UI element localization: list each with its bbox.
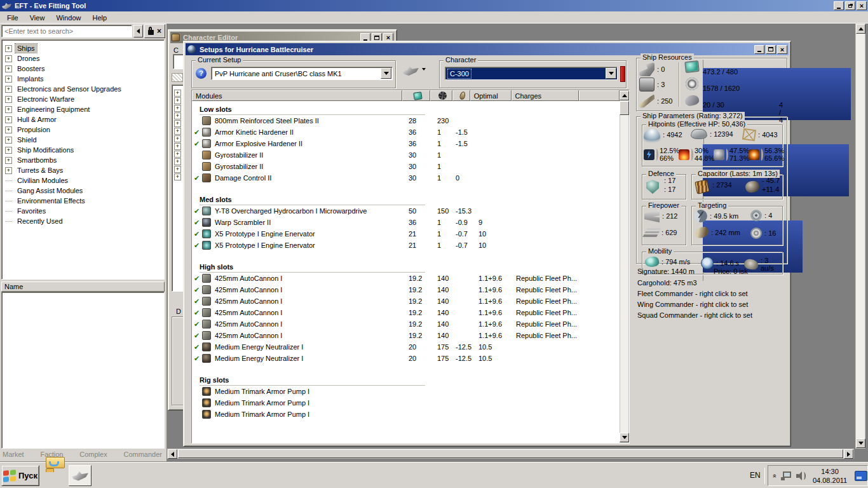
expand-icon[interactable]: + <box>5 106 12 113</box>
module-row[interactable]: ✔425mm AutoCannon I19.21401.1+9.6Republi… <box>192 307 620 318</box>
expand-icon[interactable]: + <box>5 86 12 93</box>
setups-titlebar[interactable]: Setups for Hurricane Battlecruiser × <box>186 43 789 55</box>
hide-icons-chevron-icon[interactable]: » <box>770 473 778 477</box>
setups-maximize-button[interactable] <box>766 45 776 54</box>
module-row[interactable]: ✔Medium Energy Neutralizer I20175-12.510… <box>192 353 620 364</box>
tree-item-shield[interactable]: +Shield <box>2 135 164 145</box>
mdi-hscrollbar[interactable] <box>167 449 854 459</box>
minimize-button[interactable] <box>834 1 844 10</box>
expand-icon[interactable]: + <box>5 55 12 62</box>
expand-icon[interactable]: + <box>5 116 12 123</box>
scroll-down-icon[interactable] <box>856 438 865 448</box>
module-row[interactable]: ✔425mm AutoCannon I19.21401.1+9.6Republi… <box>192 318 620 330</box>
taskbar-eft-button[interactable] <box>69 465 92 486</box>
volume-tray-icon[interactable] <box>796 471 806 480</box>
col-charges[interactable]: Charges <box>512 90 580 101</box>
module-row[interactable]: Medium Trimark Armor Pump I <box>192 397 620 409</box>
active-check-icon[interactable]: ✔ <box>192 309 202 317</box>
expand-icon[interactable]: + <box>174 97 181 104</box>
module-row[interactable]: ✔Y-T8 Overcharged Hydrocarbon I Microwar… <box>192 205 620 217</box>
module-row[interactable]: ✔Armor Kinetic Hardener II361-1.5 <box>192 126 620 138</box>
module-row[interactable]: ✔425mm AutoCannon I19.21401.1+9.6Republi… <box>192 284 620 295</box>
module-row[interactable]: ✔X5 Prototype I Engine Enervator211-0.71… <box>192 228 620 240</box>
tree-item-implants[interactable]: +Implants <box>2 74 164 84</box>
fit-ship-menu-icon[interactable] <box>422 71 426 78</box>
tree-item-engineering-equipment[interactable]: +Engineering Equipment <box>2 104 164 114</box>
expand-icon[interactable]: + <box>5 137 12 144</box>
clock[interactable]: 14:30 04.08.2011 <box>811 467 850 485</box>
active-check-icon[interactable]: ✔ <box>192 355 202 363</box>
module-row[interactable]: Medium Trimark Armor Pump I <box>192 409 620 420</box>
clear-search-icon[interactable]: × <box>157 27 161 36</box>
setups-minimize-button[interactable] <box>754 45 764 54</box>
expand-icon[interactable]: + <box>174 173 181 180</box>
tree-item-civilian-modules[interactable]: Civilian Modules <box>2 175 164 186</box>
tree-item-favorites[interactable]: Favorites <box>2 206 164 216</box>
active-check-icon[interactable]: ✔ <box>192 286 202 294</box>
col-optimal[interactable]: Optimal <box>470 90 512 101</box>
expand-icon[interactable]: + <box>5 96 12 103</box>
character-combo[interactable]: C-300 <box>445 67 618 80</box>
active-check-icon[interactable]: ✔ <box>192 140 202 148</box>
modules-scroll-thumb[interactable] <box>620 101 629 115</box>
combo-arrow-icon[interactable] <box>381 68 391 79</box>
lock-icon[interactable] <box>148 30 154 35</box>
tree-item-propulsion[interactable]: +Propulsion <box>2 125 164 135</box>
active-check-icon[interactable]: ✔ <box>192 241 202 250</box>
module-row[interactable]: 800mm Reinforced Steel Plates II28230 <box>192 115 620 126</box>
tree-item-smartbombs[interactable]: +Smartbombs <box>2 155 164 165</box>
tree-item-hull-armor[interactable]: +Hull & Armor <box>2 114 164 125</box>
col-blank[interactable] <box>579 90 620 101</box>
display-tray-icon[interactable] <box>855 471 867 481</box>
expand-icon[interactable]: + <box>174 135 181 142</box>
scroll-up-icon[interactable] <box>856 24 865 34</box>
expand-icon[interactable]: + <box>174 112 181 119</box>
scroll-left-icon[interactable] <box>168 449 177 459</box>
module-row[interactable]: ✔Armor Explosive Hardener II361-1.5 <box>192 138 620 149</box>
module-row[interactable]: Gyrostabilizer II301 <box>192 149 620 161</box>
module-row[interactable]: ✔425mm AutoCannon I19.21401.1+9.6Republi… <box>192 295 620 307</box>
wing-commander-text[interactable]: Wing Commander - right click to set <box>637 301 748 308</box>
expand-icon[interactable]: + <box>174 128 181 135</box>
active-check-icon[interactable]: ✔ <box>192 207 202 215</box>
col-capacitor[interactable] <box>452 90 470 101</box>
module-row[interactable]: Medium Trimark Armor Pump I <box>192 386 620 397</box>
collapse-panel-button[interactable] <box>133 25 143 37</box>
fit-ship-button[interactable] <box>402 65 419 77</box>
expand-icon[interactable]: + <box>5 45 12 52</box>
expand-icon[interactable]: + <box>5 76 12 83</box>
name-header[interactable]: Name <box>1 281 165 292</box>
col-modules[interactable]: Modules <box>192 90 402 101</box>
tab-market[interactable]: Market <box>3 451 24 458</box>
search-input[interactable] <box>1 25 132 37</box>
module-row[interactable]: Gyrostabilizer II301 <box>192 161 620 172</box>
expand-icon[interactable]: + <box>174 166 181 173</box>
tree-item-recently-used[interactable]: Recently Used <box>2 216 164 226</box>
module-row[interactable]: ✔X5 Prototype I Engine Enervator211-0.71… <box>192 240 620 251</box>
expand-icon[interactable]: + <box>5 126 12 133</box>
module-row[interactable]: ✔Warp Scrambler II361-0.99 <box>192 217 620 228</box>
help-icon[interactable]: ? <box>196 68 207 79</box>
expand-icon[interactable]: + <box>174 143 181 150</box>
active-check-icon[interactable]: ✔ <box>192 128 202 137</box>
active-check-icon[interactable]: ✔ <box>192 230 202 238</box>
expand-icon[interactable]: + <box>174 158 181 165</box>
active-check-icon[interactable]: ✔ <box>192 297 202 306</box>
expand-icon[interactable]: + <box>5 157 12 164</box>
expand-icon[interactable]: + <box>174 105 181 112</box>
close-button[interactable]: × <box>857 1 867 10</box>
scroll-up-icon[interactable] <box>620 91 629 100</box>
menu-window[interactable]: Window <box>50 13 86 23</box>
expand-icon[interactable]: + <box>174 120 181 127</box>
active-check-icon[interactable]: ✔ <box>192 332 202 340</box>
tree-item-drones[interactable]: +Drones <box>2 53 164 64</box>
expand-icon[interactable]: + <box>5 65 12 72</box>
language-indicator[interactable]: EN <box>750 471 761 480</box>
expand-icon[interactable]: + <box>5 167 12 174</box>
results-list[interactable] <box>1 292 165 449</box>
squad-commander-text[interactable]: Squad Commander - right click to set <box>637 311 752 319</box>
setups-window[interactable]: Setups for Hurricane Battlecruiser × Cur… <box>183 41 791 447</box>
active-check-icon[interactable]: ✔ <box>192 174 202 182</box>
expand-icon[interactable]: + <box>5 147 12 154</box>
col-cpu[interactable] <box>402 90 430 101</box>
